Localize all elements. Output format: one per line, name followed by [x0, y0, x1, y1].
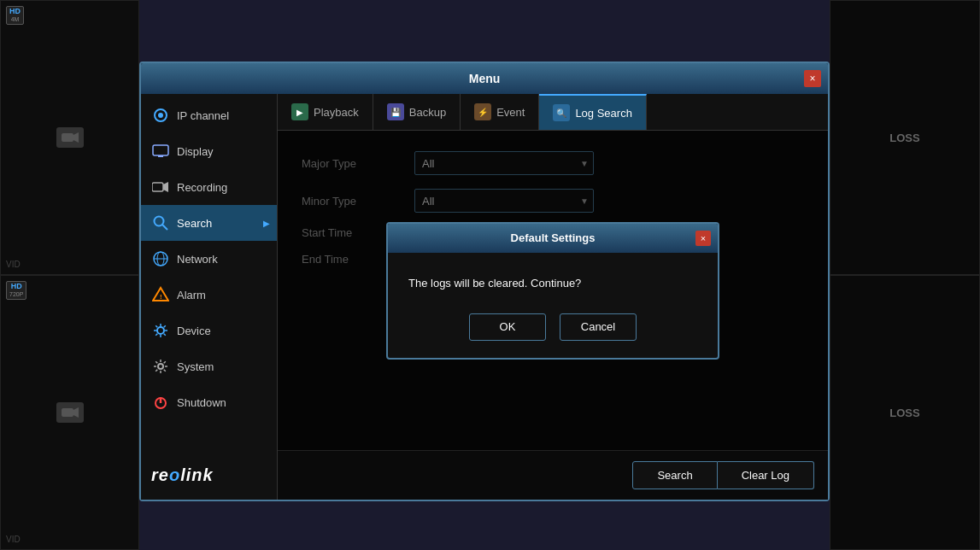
sidebar-item-display[interactable]: Display [141, 133, 277, 169]
cam-thumb-1: HD 4M VID [0, 0, 139, 275]
tab-logsearch-label: Log Search [575, 107, 632, 120]
sidebar-label-alarm: Alarm [177, 289, 206, 301]
system-icon [151, 357, 170, 376]
modal-message: The logs will be cleared. Continue? [408, 277, 697, 290]
hd-badge-2: HD 720P [6, 281, 26, 300]
clear-log-button[interactable]: Clear Log [718, 461, 814, 489]
backup-tab-icon: 💾 [387, 103, 404, 120]
logsearch-tab-icon: 🔍 [553, 104, 570, 121]
modal-title: Default Settings [511, 231, 596, 244]
tab-event-label: Event [496, 106, 525, 119]
svg-line-11 [162, 225, 167, 230]
network-icon [151, 249, 170, 268]
cam-icon-1 [56, 127, 84, 148]
tabs-bar: ▶ Playback 💾 Backup ⚡ Event 🔍 Log Search [278, 94, 828, 131]
modal-buttons: OK Cancel [408, 313, 697, 341]
svg-text:!: ! [160, 293, 162, 301]
svg-point-17 [157, 327, 164, 334]
main-content: ▶ Playback 💾 Backup ⚡ Event 🔍 Log Search [278, 94, 828, 500]
menu-close-button[interactable]: × [804, 70, 821, 87]
menu-titlebar: Menu × [141, 63, 828, 94]
svg-marker-1 [73, 132, 79, 143]
playback-tab-icon: ▶ [291, 103, 308, 120]
shutdown-icon [151, 393, 170, 412]
sidebar: IP channel Display [141, 94, 278, 500]
vid-label-1: VID [6, 260, 21, 269]
sidebar-item-shutdown[interactable]: Shutdown [141, 384, 277, 420]
hd-badge-1: HD 4M [6, 6, 24, 25]
device-icon [151, 321, 170, 340]
svg-rect-8 [152, 183, 163, 191]
search-button[interactable]: Search [632, 461, 717, 489]
modal-ok-button[interactable]: OK [469, 313, 546, 341]
loss-label-2: LOSS [889, 407, 919, 419]
right-cam-2: LOSS [830, 275, 980, 550]
menu-body: IP channel Display [141, 94, 828, 500]
modal-cancel-button[interactable]: Cancel [560, 313, 637, 341]
sidebar-label-system: System [177, 360, 214, 373]
svg-rect-7 [158, 155, 163, 157]
tab-event[interactable]: ⚡ Event [461, 94, 539, 130]
modal-titlebar: Default Settings × [388, 224, 718, 253]
svg-point-10 [155, 217, 164, 226]
sidebar-label-search: Search [177, 217, 212, 230]
modal-overlay: Default Settings × The logs will be clea… [278, 131, 828, 450]
sidebar-item-ipchannel[interactable]: IP channel [141, 97, 277, 133]
right-camera-strip: LOSS LOSS [830, 0, 980, 550]
content-area: Major Type All ▼ Minor Type All [278, 131, 828, 450]
tab-logsearch[interactable]: 🔍 Log Search [539, 94, 647, 130]
display-icon [151, 142, 170, 161]
svg-point-18 [158, 364, 163, 369]
svg-point-5 [158, 113, 163, 118]
alarm-icon: ! [151, 285, 170, 304]
menu-window: Menu × IP channel [139, 61, 830, 501]
sidebar-label-display: Display [177, 145, 214, 158]
tab-playback-label: Playback [314, 106, 359, 119]
sidebar-label-network: Network [177, 253, 218, 266]
sidebar-item-alarm[interactable]: ! Alarm [141, 277, 277, 313]
sidebar-label-device: Device [177, 325, 211, 337]
modal-close-button[interactable]: × [695, 231, 711, 246]
sidebar-item-recording[interactable]: Recording [141, 169, 277, 205]
svg-rect-6 [153, 145, 168, 155]
sidebar-item-network[interactable]: Network [141, 241, 277, 277]
menu-title: Menu [469, 72, 501, 85]
svg-rect-0 [62, 133, 73, 142]
cam-thumb-2: HD 720P VID [0, 275, 139, 550]
recording-icon [151, 178, 170, 196]
tab-playback[interactable]: ▶ Playback [278, 94, 373, 130]
left-camera-strip: HD 4M VID HD 720P VID [0, 0, 139, 550]
event-tab-icon: ⚡ [474, 103, 491, 120]
svg-rect-2 [62, 408, 73, 417]
tab-backup[interactable]: 💾 Backup [373, 94, 461, 130]
sidebar-label-recording: Recording [177, 181, 227, 194]
tab-backup-label: Backup [409, 106, 446, 119]
cam-icon-2 [56, 402, 84, 423]
svg-marker-3 [73, 407, 79, 418]
search-icon-sidebar [151, 214, 170, 232]
vid-label-2: VID [6, 535, 21, 544]
sidebar-item-search[interactable]: Search [141, 205, 277, 241]
sidebar-item-system[interactable]: System [141, 348, 277, 384]
sidebar-item-device[interactable]: Device [141, 313, 277, 348]
ipchannel-icon [151, 106, 170, 125]
modal-body: The logs will be cleared. Continue? OK C… [388, 253, 718, 358]
sidebar-label-ipchannel: IP channel [177, 109, 229, 122]
default-settings-modal: Default Settings × The logs will be clea… [386, 222, 719, 360]
right-cam-1: LOSS [830, 0, 980, 275]
bottom-bar: Search Clear Log [278, 450, 828, 500]
loss-label-1: LOSS [889, 132, 919, 144]
svg-marker-9 [163, 182, 168, 192]
reolink-logo: reolink [141, 450, 277, 500]
sidebar-label-shutdown: Shutdown [177, 396, 226, 409]
